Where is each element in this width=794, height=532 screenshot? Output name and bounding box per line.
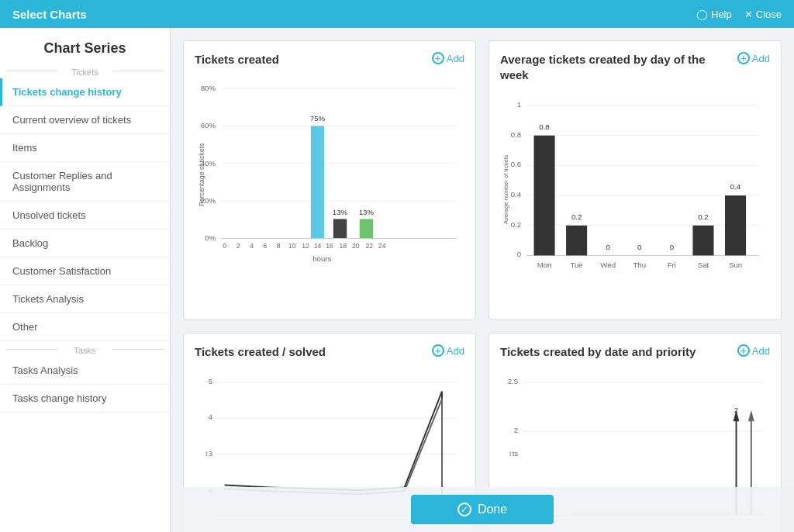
svg-text:0: 0 bbox=[223, 242, 226, 250]
svg-text:8: 8 bbox=[277, 242, 281, 250]
svg-text:2: 2 bbox=[514, 425, 518, 434]
svg-text:4: 4 bbox=[250, 242, 254, 250]
sidebar-item-tasks-analysis[interactable]: Tasks Analysis bbox=[0, 357, 170, 385]
help-button[interactable]: ◯ Help bbox=[696, 9, 732, 20]
chart-header-4: Tickets created by date and priority + A… bbox=[500, 344, 770, 360]
svg-text:12: 12 bbox=[302, 242, 309, 250]
sidebar-item-customer-satisfaction[interactable]: Customer Satisfaction bbox=[0, 257, 170, 285]
svg-rect-61 bbox=[692, 226, 713, 256]
svg-text:2: 2 bbox=[236, 242, 240, 250]
svg-text:↕3: ↕3 bbox=[205, 448, 212, 457]
svg-text:0.2: 0.2 bbox=[698, 212, 708, 221]
chart-avg-tickets: Average tickets created by day of the we… bbox=[488, 40, 782, 320]
sidebar: Chart Series Tickets Tickets change hist… bbox=[0, 28, 171, 532]
svg-text:14: 14 bbox=[314, 242, 322, 250]
sidebar-section-tickets: Tickets bbox=[0, 63, 170, 78]
svg-text:0%: 0% bbox=[205, 233, 216, 242]
svg-text:60%: 60% bbox=[201, 121, 216, 130]
svg-text:22: 22 bbox=[365, 242, 373, 250]
svg-text:0.8: 0.8 bbox=[539, 123, 549, 131]
svg-text:20: 20 bbox=[352, 242, 360, 250]
chart-title-1: Tickets created bbox=[195, 52, 279, 67]
svg-text:Tue: Tue bbox=[570, 261, 582, 269]
sidebar-item-tasks-change-history[interactable]: Tasks change history bbox=[0, 385, 170, 413]
done-button-container: ✓ Done bbox=[171, 487, 794, 532]
svg-text:Sun: Sun bbox=[729, 261, 742, 269]
sidebar-item-tickets-analysis[interactable]: Tickets Analysis bbox=[0, 285, 170, 313]
svg-text:Average number of tickets: Average number of tickets bbox=[502, 154, 509, 224]
close-icon: ✕ bbox=[744, 9, 753, 20]
svg-rect-49 bbox=[566, 226, 587, 256]
chart-svg-2: 1 0.8 0.6 0.4 0.2 0 Average number of ti… bbox=[500, 88, 770, 309]
chart-svg-1: 80% 60% 40% 20% 0% Percentage of tickets bbox=[195, 74, 464, 309]
svg-text:0: 0 bbox=[637, 243, 641, 251]
chart-title-3: Tickets created / solved bbox=[195, 344, 326, 360]
sidebar-item-customer-replies[interactable]: Customer Replies and Assignments bbox=[0, 162, 170, 202]
svg-text:75%: 75% bbox=[310, 113, 326, 122]
sidebar-title: Chart Series bbox=[0, 28, 170, 63]
svg-text:Sat: Sat bbox=[698, 261, 709, 269]
svg-marker-88 bbox=[748, 409, 754, 421]
add-button-2[interactable]: + Add bbox=[737, 52, 770, 64]
help-icon: ◯ bbox=[696, 9, 708, 20]
svg-text:0.8: 0.8 bbox=[511, 130, 521, 139]
chart-tickets-created: Tickets created + Add 80% 60% 40% 20% 0%… bbox=[183, 40, 476, 320]
add-icon-3: + bbox=[432, 344, 444, 357]
svg-text:2.5: 2.5 bbox=[508, 377, 518, 385]
svg-rect-13 bbox=[333, 219, 347, 238]
svg-rect-46 bbox=[534, 136, 555, 256]
svg-text:24: 24 bbox=[378, 242, 386, 250]
svg-text:hours: hours bbox=[312, 254, 331, 263]
svg-rect-15 bbox=[360, 219, 373, 238]
svg-text:0: 0 bbox=[517, 250, 521, 258]
chart-header-3: Tickets created / solved + Add bbox=[195, 344, 464, 360]
chart-title-4: Tickets created by date and priority bbox=[500, 344, 696, 360]
done-icon: ✓ bbox=[457, 503, 471, 516]
header-actions: ◯ Help ✕ Close bbox=[696, 9, 782, 20]
svg-text:13%: 13% bbox=[359, 207, 375, 216]
svg-text:0.2: 0.2 bbox=[511, 220, 521, 229]
main-container: Chart Series Tickets Tickets change hist… bbox=[0, 28, 794, 532]
svg-text:6: 6 bbox=[263, 242, 267, 250]
add-icon-2: + bbox=[737, 52, 750, 64]
svg-text:80%: 80% bbox=[201, 84, 216, 92]
svg-text:Percentage of tickets: Percentage of tickets bbox=[198, 143, 205, 206]
close-button[interactable]: ✕ Close bbox=[744, 9, 782, 20]
svg-text:0.2: 0.2 bbox=[571, 212, 582, 221]
svg-text:Thu: Thu bbox=[633, 261, 646, 269]
svg-text:13%: 13% bbox=[333, 207, 348, 216]
svg-text:Fri: Fri bbox=[668, 261, 676, 269]
chart-title-2: Average tickets created by day of the we… bbox=[500, 52, 716, 82]
svg-text:4: 4 bbox=[209, 413, 213, 421]
svg-rect-64 bbox=[725, 195, 746, 255]
add-button-4[interactable]: + Add bbox=[737, 344, 770, 357]
svg-text:0: 0 bbox=[670, 243, 674, 251]
sidebar-section-tasks: Tasks bbox=[0, 341, 170, 357]
svg-text:18: 18 bbox=[340, 242, 347, 250]
add-icon-4: + bbox=[737, 344, 750, 357]
svg-text:1: 1 bbox=[517, 100, 521, 109]
svg-text:10: 10 bbox=[288, 242, 296, 250]
add-button-3[interactable]: + Add bbox=[432, 344, 464, 357]
chart-header-2: Average tickets created by day of the we… bbox=[500, 52, 770, 82]
sidebar-item-current-overview[interactable]: Current overview of tickets bbox=[0, 106, 170, 134]
sidebar-item-unsolved-tickets[interactable]: Unsolved tickets bbox=[0, 202, 170, 230]
svg-text:Mon: Mon bbox=[537, 261, 552, 269]
svg-rect-11 bbox=[311, 126, 324, 238]
svg-text:5: 5 bbox=[209, 377, 212, 385]
sidebar-item-other[interactable]: Other bbox=[0, 313, 170, 341]
svg-text:0: 0 bbox=[606, 243, 610, 251]
svg-text:Wed: Wed bbox=[600, 261, 616, 269]
sidebar-item-items[interactable]: Items bbox=[0, 134, 170, 162]
done-button[interactable]: ✓ Done bbox=[411, 495, 554, 524]
svg-text:0.6: 0.6 bbox=[511, 160, 521, 168]
sidebar-item-tickets-change-history[interactable]: Tickets change history bbox=[0, 78, 170, 106]
chart-header-1: Tickets created + Add bbox=[195, 52, 464, 67]
header-title: Select Charts bbox=[12, 8, 87, 21]
add-button-1[interactable]: + Add bbox=[432, 52, 464, 64]
svg-text:0.4: 0.4 bbox=[730, 182, 741, 191]
app-header: Select Charts ◯ Help ✕ Close bbox=[0, 0, 794, 28]
svg-text:↕ts: ↕ts bbox=[509, 448, 519, 457]
sidebar-item-backlog[interactable]: Backlog bbox=[0, 230, 170, 257]
add-icon-1: + bbox=[432, 52, 444, 64]
